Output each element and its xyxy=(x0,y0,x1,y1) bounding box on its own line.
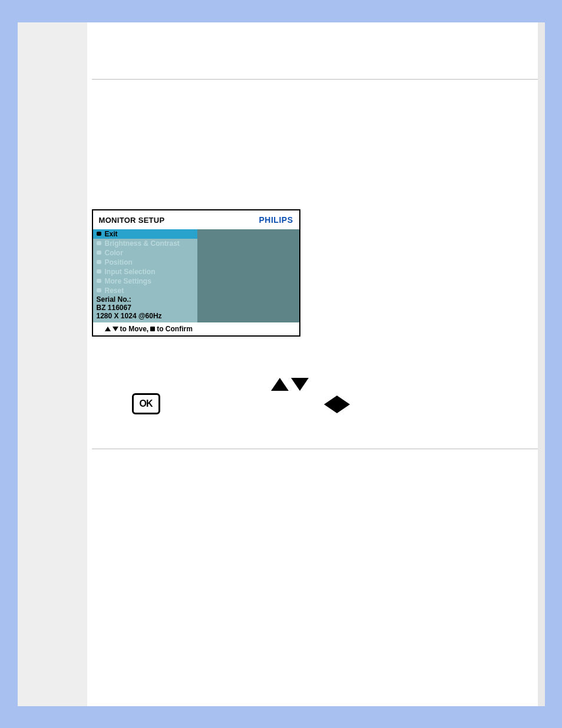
divider-top xyxy=(92,79,540,80)
osd-item-color[interactable]: Color xyxy=(93,248,197,258)
arrow-down-icon xyxy=(291,378,309,391)
serial-label: Serial No.: xyxy=(97,295,162,304)
control-instructions: OK xyxy=(132,378,545,425)
divider-mid xyxy=(92,449,540,449)
osd-panel: MONITOR SETUP PHILIPS Exit Brightness & … xyxy=(92,209,300,337)
document-sheet: MONITOR SETUP PHILIPS Exit Brightness & … xyxy=(18,22,545,706)
left-right-arrows-icon xyxy=(324,396,350,413)
osd-item-position[interactable]: Position xyxy=(93,258,197,267)
arrow-right-icon xyxy=(337,396,350,413)
osd-menu-list: Exit Brightness & Contrast Color Positio… xyxy=(93,229,197,322)
brand-logo: PHILIPS xyxy=(259,215,293,225)
serial-value: BZ 116067 xyxy=(97,304,162,312)
osd-footer: to Move, to Confirm xyxy=(93,322,299,335)
footer-move-text: to Move, xyxy=(120,325,149,333)
footer-confirm-text: to Confirm xyxy=(157,325,193,333)
osd-item-more-settings[interactable]: More Settings xyxy=(93,276,197,286)
main-content: MONITOR SETUP PHILIPS Exit Brightness & … xyxy=(87,22,545,706)
osd-item-exit[interactable]: Exit xyxy=(93,229,197,239)
osd-title: MONITOR SETUP xyxy=(99,216,165,225)
osd-body: Exit Brightness & Contrast Color Positio… xyxy=(93,229,299,322)
up-down-arrows-icon xyxy=(271,378,309,391)
osd-detail-pane xyxy=(197,229,299,322)
arrow-left-icon xyxy=(324,396,337,413)
osd-wrapper: MONITOR SETUP PHILIPS Exit Brightness & … xyxy=(92,209,545,337)
arrow-up-icon xyxy=(105,327,111,331)
arrow-up-icon xyxy=(271,378,289,391)
ok-label: OK xyxy=(140,398,153,409)
confirm-square-icon xyxy=(150,327,155,331)
left-sidebar xyxy=(18,22,87,706)
resolution-value: 1280 X 1024 @60Hz xyxy=(97,312,162,320)
osd-info-block: Serial No.: BZ 116067 1280 X 1024 @60Hz xyxy=(97,295,162,320)
arrow-down-icon xyxy=(113,327,118,331)
ok-button-icon: OK xyxy=(132,393,160,414)
osd-header: MONITOR SETUP PHILIPS xyxy=(93,210,299,229)
osd-item-brightness-contrast[interactable]: Brightness & Contrast xyxy=(93,239,197,248)
page-viewport: MONITOR SETUP PHILIPS Exit Brightness & … xyxy=(0,0,562,728)
osd-item-input-selection[interactable]: Input Selection xyxy=(93,267,197,276)
osd-item-reset[interactable]: Reset xyxy=(93,286,197,295)
